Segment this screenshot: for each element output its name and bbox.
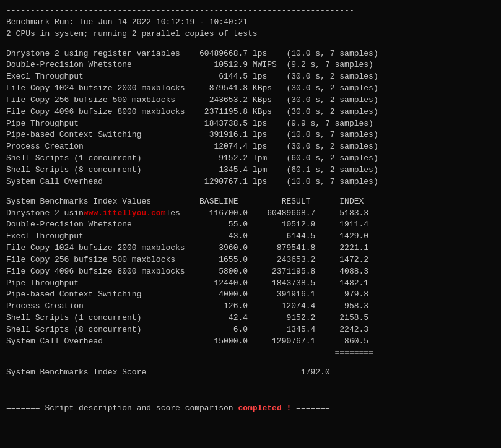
benchmark-row: File Copy 256 bufsize 500 maxblocks 2436… [6, 95, 495, 106]
completed-text: completed ! [238, 403, 291, 413]
benchmark-row: Pipe Throughput 1843738.5 lps (9.9 s, 7 … [6, 118, 495, 130]
index-table-row: Shell Scripts (8 concurrent) 6.0 1345.4 … [6, 324, 495, 336]
index-table-header: System Benchmarks Index Values BASELINE … [6, 196, 495, 208]
benchmark-results: Dhrystone 2 using register variables 604… [6, 48, 495, 188]
index-table-row: File Copy 256 bufsize 500 maxblocks 1655… [6, 254, 495, 266]
watermark-text: www.ittellyou.com [84, 209, 166, 218]
benchmark-header-line1: Benchmark Run: Tue Jun 14 2022 10:12:19 … [6, 17, 495, 28]
completion-line: ======= Script description and score com… [6, 403, 495, 415]
index-table-row: File Copy 4096 bufsize 8000 maxblocks 58… [6, 266, 495, 278]
index-table-row: Pipe-based Context Switching 4000.0 3919… [6, 289, 495, 301]
index-table-row: Dhrystone 2 usinwww.ittellyou.comles 116… [6, 208, 495, 220]
index-table-row: System Call Overhead 15000.0 1290767.1 8… [6, 336, 495, 348]
benchmark-row: Execl Throughput 6144.5 lps (30.0 s, 2 s… [6, 71, 495, 83]
index-table-row: File Copy 1024 bufsize 2000 maxblocks 39… [6, 243, 495, 254]
index-table-row: Execl Throughput 43.0 6144.5 1429.0 [6, 231, 495, 243]
index-table-row: Process Creation 126.0 12074.4 958.3 [6, 301, 495, 312]
benchmark-row: File Copy 1024 bufsize 2000 maxblocks 87… [6, 83, 495, 95]
benchmark-row: Process Creation 12074.4 lps (30.0 s, 2 … [6, 141, 495, 153]
benchmark-header-line2: 2 CPUs in system; running 2 parallel cop… [6, 28, 495, 40]
benchmark-row: Shell Scripts (8 concurrent) 1345.4 lpm … [6, 165, 495, 176]
index-table-rows: Dhrystone 2 usinwww.ittellyou.comles 116… [6, 208, 495, 348]
equals-separator: ======== [6, 348, 495, 360]
benchmark-row: Shell Scripts (1 concurrent) 9152.2 lpm … [6, 153, 495, 165]
index-table-row: Shell Scripts (1 concurrent) 42.4 9152.2… [6, 312, 495, 324]
benchmark-score: System Benchmarks Index Score 1792.0 [6, 367, 495, 379]
index-table-row: Double-Precision Whetstone 55.0 10512.9 … [6, 219, 495, 231]
benchmark-row: System Call Overhead 1290767.1 lps (10.0… [6, 176, 495, 188]
benchmark-row: Pipe-based Context Switching 391916.1 lp… [6, 129, 495, 141]
terminal-output: ----------------------------------------… [6, 5, 495, 415]
benchmark-row: Dhrystone 2 using register variables 604… [6, 48, 495, 60]
top-separator: ----------------------------------------… [6, 5, 495, 17]
benchmark-row: Double-Precision Whetstone 10512.9 MWIPS… [6, 59, 495, 71]
benchmark-row: File Copy 4096 bufsize 8000 maxblocks 23… [6, 106, 495, 118]
index-table-row: Pipe Throughput 12440.0 1843738.5 1482.1 [6, 278, 495, 290]
